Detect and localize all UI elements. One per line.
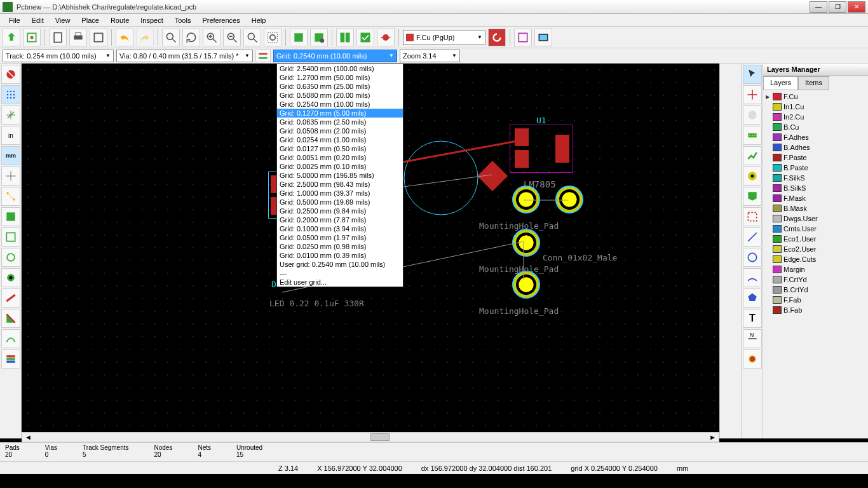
layer-row[interactable]: B.SilkS xyxy=(764,183,867,193)
grid-option[interactable]: Grid: 0.0500 mm (1.97 mils) xyxy=(277,233,403,242)
grid-option[interactable]: Grid: 0.2000 mm (7.87 mils) xyxy=(277,215,403,224)
highlight-net-icon[interactable] xyxy=(743,85,762,104)
grid-option[interactable]: Grid: 0.0127 mm (0.50 mils) xyxy=(277,144,403,153)
menu-file[interactable]: File xyxy=(4,15,25,25)
grid-option[interactable]: Grid: 0.2540 mm (10.00 mils) xyxy=(277,100,403,109)
show-filled-zones-icon[interactable] xyxy=(1,207,20,226)
show-zone-outlines-icon[interactable] xyxy=(1,227,20,247)
grid-option[interactable]: --- xyxy=(277,269,403,278)
tab-items[interactable]: Items xyxy=(798,76,829,90)
menu-view[interactable]: View xyxy=(50,15,76,25)
show-grid-icon[interactable] xyxy=(1,85,20,104)
menu-preferences[interactable]: Preferences xyxy=(197,15,245,25)
units-mm-icon[interactable]: mm xyxy=(1,146,20,165)
layer-row[interactable]: F.Mask xyxy=(764,193,867,203)
layer-row[interactable]: In2.Cu xyxy=(764,112,867,122)
tab-layers[interactable]: Layers xyxy=(763,76,798,90)
draw-polygon-icon[interactable] xyxy=(743,288,762,308)
menu-inspect[interactable]: Inspect xyxy=(135,15,168,25)
layer-row[interactable]: F.Fab xyxy=(764,295,867,305)
add-dimension-icon[interactable]: N xyxy=(743,329,762,348)
units-inch-icon[interactable]: in xyxy=(1,126,20,145)
grid-option[interactable]: Grid: 0.0051 mm (0.20 mils) xyxy=(277,153,403,162)
grid-option[interactable]: Grid: 2.5400 mm (100.00 mils) xyxy=(277,64,403,73)
route-track-icon[interactable] xyxy=(743,146,762,165)
grid-option[interactable]: Grid: 0.1270 mm (5.00 mils) xyxy=(277,109,403,118)
save-icon[interactable] xyxy=(3,29,20,46)
grid-option[interactable]: Grid: 0.0025 mm (0.10 mils) xyxy=(277,162,403,171)
layer-row[interactable]: B.Adhes xyxy=(764,142,867,152)
grid-option[interactable]: Grid: 0.0254 mm (1.00 mils) xyxy=(277,135,403,144)
menu-route[interactable]: Route xyxy=(105,15,134,25)
polar-coords-icon[interactable] xyxy=(1,105,20,125)
close-button[interactable]: ✕ xyxy=(848,1,865,13)
layer-row[interactable]: Edge.Cuts xyxy=(764,254,867,264)
drc-icon[interactable] xyxy=(356,29,374,46)
layer-row[interactable]: B.CrtYd xyxy=(764,285,867,295)
draw-line-icon[interactable] xyxy=(743,227,762,247)
place-origin-icon[interactable] xyxy=(743,349,762,369)
drc-off-icon[interactable] xyxy=(1,65,20,84)
board-setup-icon[interactable] xyxy=(23,29,41,46)
layer-row[interactable]: Margin xyxy=(764,264,867,274)
show-ratsnest-toggle-icon[interactable] xyxy=(1,187,20,206)
grid-option[interactable]: Grid: 0.2500 mm (9.84 mils) xyxy=(277,207,403,215)
select-tool-icon[interactable] xyxy=(743,65,762,84)
zoom-out-icon[interactable] xyxy=(223,29,241,46)
update-pcb-icon[interactable] xyxy=(336,29,354,46)
track-width-select[interactable]: Track: 0.254 mm (10.00 mils) ▼ xyxy=(3,50,114,62)
layer-row[interactable]: B.Mask xyxy=(764,203,867,214)
plot-icon[interactable] xyxy=(90,29,107,46)
auto-track-width-icon[interactable] xyxy=(255,50,271,62)
horizontal-scrollbar[interactable]: ◄ ► xyxy=(22,432,719,442)
scroll-thumb[interactable] xyxy=(370,433,390,441)
print-icon[interactable] xyxy=(69,29,87,46)
add-via-icon[interactable] xyxy=(743,166,762,186)
grid-option[interactable]: Grid: 0.6350 mm (25.00 mils) xyxy=(277,82,403,91)
zoom-in-icon[interactable] xyxy=(203,29,220,46)
grid-select[interactable]: Grid: 0.2540 mm (10.00 mils) ▼ xyxy=(273,50,397,62)
draw-arc-icon[interactable] xyxy=(743,268,762,287)
layer-row[interactable]: B.Fab xyxy=(764,305,867,315)
layer-row[interactable]: F.SilkS xyxy=(764,173,867,183)
layer-row[interactable]: Dwgs.User xyxy=(764,214,867,224)
layer-row[interactable]: F.Paste xyxy=(764,152,867,163)
layer-select[interactable]: F.Cu (PgUp) ▼ xyxy=(403,30,485,45)
grid-dropdown[interactable]: Grid: 2.5400 mm (100.00 mils)Grid: 1.270… xyxy=(276,64,403,287)
zoom-selection-icon[interactable] xyxy=(264,29,281,46)
menu-tools[interactable]: Tools xyxy=(170,15,196,25)
grid-option[interactable]: Edit user grid... xyxy=(277,278,403,287)
track-outline-icon[interactable] xyxy=(1,288,20,308)
script-console-icon[interactable] xyxy=(534,29,552,46)
layer-row[interactable]: Cmts.User xyxy=(764,224,867,234)
grid-option[interactable]: Grid: 5.0000 mm (196.85 mils) xyxy=(277,171,403,180)
local-ratsnest-icon[interactable] xyxy=(743,105,762,125)
cursor-shape-icon[interactable] xyxy=(1,166,20,186)
grid-option[interactable]: Grid: 0.0100 mm (0.39 mils) xyxy=(277,251,403,260)
grid-option[interactable]: Grid: 0.0508 mm (2.00 mils) xyxy=(277,126,403,135)
grid-option[interactable]: Grid: 0.5000 mm (19.69 mils) xyxy=(277,198,403,207)
footprint-library-icon[interactable] xyxy=(290,29,308,46)
redo-icon[interactable] xyxy=(136,29,154,46)
grid-option[interactable]: Grid: 0.1000 mm (3.94 mils) xyxy=(277,224,403,233)
draw-circle-icon[interactable] xyxy=(743,248,762,267)
bug-icon[interactable] xyxy=(377,29,395,46)
zoom-fit-icon[interactable] xyxy=(243,29,261,46)
show-ratsnest-icon[interactable] xyxy=(514,29,532,46)
zoom-redraw-icon[interactable] xyxy=(162,29,180,46)
layer-row[interactable]: F.CrtYd xyxy=(764,274,867,285)
layer-row[interactable]: In1.Cu xyxy=(764,102,867,112)
zoom-select[interactable]: Zoom 3.14 ▼ xyxy=(400,50,460,62)
layer-row[interactable]: Eco1.User xyxy=(764,234,867,244)
grid-option[interactable]: Grid: 2.5000 mm (98.43 mils) xyxy=(277,180,403,189)
layer-row[interactable]: F.Adhes xyxy=(764,132,867,142)
grid-option[interactable]: Grid: 1.2700 mm (50.00 mils) xyxy=(277,73,403,82)
grid-option[interactable]: User grid: 0.2540 mm (10.00 mils) xyxy=(277,260,403,269)
add-text-icon[interactable]: T xyxy=(743,309,762,328)
layer-row[interactable]: Eco2.User xyxy=(764,244,867,254)
footprint-editor-icon[interactable] xyxy=(310,29,328,46)
grid-option[interactable]: Grid: 1.0000 mm (39.37 mils) xyxy=(277,189,403,198)
layer-row[interactable]: B.Cu xyxy=(764,122,867,132)
layer-row[interactable]: ▶ F.Cu xyxy=(764,92,867,102)
refresh-icon[interactable] xyxy=(182,29,200,46)
